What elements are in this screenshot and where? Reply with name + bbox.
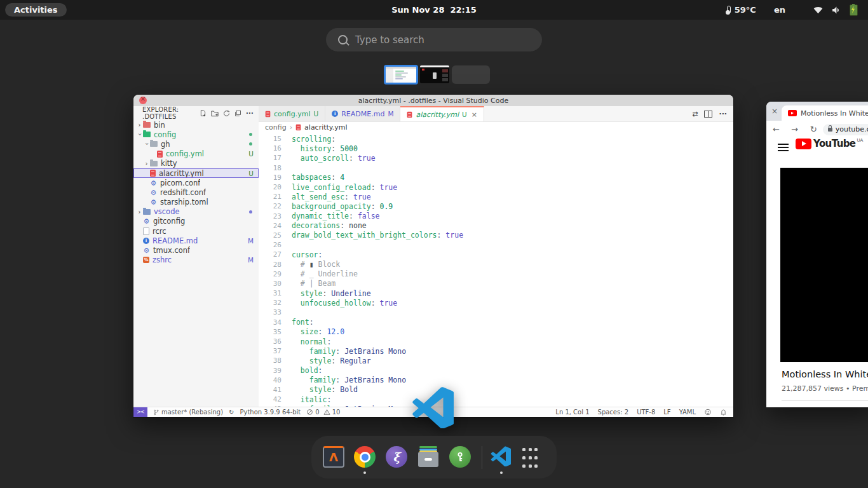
- divider: [782, 400, 868, 401]
- breadcrumb[interactable]: config alacritty.yml: [259, 122, 733, 133]
- explorer-item-bin[interactable]: bin: [133, 120, 259, 130]
- explorer-item-tmux.conf[interactable]: tmux.conf: [133, 245, 259, 255]
- dock-separator: [482, 446, 482, 469]
- search-placeholder: Type to search: [355, 34, 424, 46]
- keyboard-layout-indicator[interactable]: en: [774, 5, 785, 15]
- explorer-item-redshift.conf[interactable]: redshift.conf: [133, 187, 259, 197]
- line-content: font:: [292, 318, 314, 327]
- code-editor[interactable]: 15scrolling:16 history: 500017 auto_scro…: [259, 133, 733, 407]
- forward-button[interactable]: [786, 125, 798, 134]
- emacs-icon[interactable]: [386, 446, 407, 468]
- remote-indicator[interactable]: [133, 407, 147, 417]
- line-content: style: Regular: [292, 356, 371, 365]
- video-meta: 21,287,857 views • Premiered Dec: [782, 384, 868, 393]
- new-file-icon[interactable]: [200, 109, 207, 117]
- notifications-bell-icon[interactable]: [720, 409, 727, 416]
- explorer-item-starship.toml[interactable]: starship.toml: [133, 198, 259, 207]
- sync-icon[interactable]: [229, 409, 234, 416]
- cursor-position-status[interactable]: Ln 1, Col 1: [555, 409, 589, 416]
- window-title: alacritty.yml - .dotfiles - Visual Studi…: [133, 97, 733, 105]
- editor-more-actions-icon[interactable]: [719, 110, 727, 118]
- keepassxc-icon[interactable]: [449, 446, 471, 468]
- video-player[interactable]: [780, 168, 868, 362]
- chrome-icon[interactable]: [354, 446, 376, 468]
- tab-title: Motionless In White -: [801, 109, 868, 118]
- more-actions-icon[interactable]: [246, 110, 254, 117]
- explorer-item-config[interactable]: config: [133, 130, 259, 139]
- line-number: 16: [259, 144, 281, 152]
- line-number: 42: [259, 395, 281, 403]
- explorer-item-picom.conf[interactable]: picom.conf: [133, 178, 259, 187]
- line-number: 36: [259, 337, 281, 346]
- problems-status[interactable]: 0 10: [306, 409, 340, 416]
- file-label: rcrc: [153, 227, 166, 236]
- line-number: 39: [259, 367, 281, 375]
- youtube-logo[interactable]: YouTube UA: [796, 138, 863, 149]
- breadcrumb-file[interactable]: alacritty.yml: [304, 123, 348, 132]
- explorer-item-gh[interactable]: gh: [133, 139, 259, 149]
- battery-icon[interactable]: [850, 4, 858, 16]
- workspace-thumbnail-active[interactable]: [384, 65, 418, 85]
- explorer-item-README.md[interactable]: README.mdM: [133, 236, 259, 245]
- wifi-icon[interactable]: [813, 6, 823, 15]
- search-bar[interactable]: Type to search: [326, 28, 542, 51]
- code-line: 16 history: 5000: [259, 144, 733, 153]
- language-mode-status[interactable]: YAML: [679, 409, 696, 416]
- explorer-item-alacritty.yml[interactable]: alacritty.ymlU: [133, 168, 259, 178]
- youtube-favicon: [788, 110, 797, 116]
- vscode-icon[interactable]: [491, 446, 512, 468]
- explorer-item-kitty[interactable]: kitty: [133, 159, 259, 168]
- workspace-thumbnail-youtube[interactable]: [420, 65, 449, 83]
- explorer-item-config.yml[interactable]: config.ymlU: [133, 149, 259, 159]
- tab-readme-md[interactable]: README.md M: [325, 106, 400, 121]
- menu-icon[interactable]: [778, 144, 789, 153]
- chrome-tab-strip: Motionless In White -: [766, 102, 868, 121]
- file-manager-icon[interactable]: [417, 446, 439, 468]
- remote-icon: [137, 409, 144, 415]
- eol-status[interactable]: LF: [663, 409, 670, 416]
- explorer-item-vscode[interactable]: vscode: [133, 207, 259, 217]
- back-button[interactable]: [773, 125, 780, 134]
- address-bar[interactable]: youtube.com/wa: [823, 124, 868, 135]
- vscode-titlebar[interactable]: alacritty.yml - .dotfiles - Visual Studi…: [133, 95, 733, 106]
- indentation-status[interactable]: Spaces: 2: [598, 409, 629, 416]
- collapse-folders-icon[interactable]: [234, 110, 241, 117]
- youtube-page: YouTube UA Motionless In White - Anot 21…: [766, 138, 868, 407]
- refresh-icon[interactable]: [223, 110, 230, 117]
- desktop-overview: Activities Sun Nov 28 22:15 59°C en Type…: [0, 0, 868, 488]
- feedback-icon[interactable]: [704, 409, 712, 416]
- code-line: 21alt_send_esc: true: [259, 192, 733, 201]
- explorer-item-gitconfig[interactable]: gitconfig: [133, 217, 259, 226]
- explorer-item-zshrc[interactable]: zshrcM: [133, 255, 259, 265]
- tab-close-icon[interactable]: [771, 107, 778, 116]
- tab-label: README.md: [341, 110, 384, 118]
- split-editor-icon[interactable]: [704, 111, 712, 118]
- python-interpreter-status[interactable]: Python 3.9.9 64-bit: [240, 409, 301, 416]
- info-file-icon: [143, 238, 149, 244]
- chrome-tab-youtube[interactable]: Motionless In White -: [782, 105, 868, 121]
- lock-icon[interactable]: [828, 128, 832, 132]
- encoding-status[interactable]: UTF-8: [637, 409, 655, 416]
- open-changes-icon[interactable]: [692, 110, 698, 118]
- tab-alacritty-yml[interactable]: alacritty.yml U: [400, 106, 484, 121]
- git-branch-status[interactable]: master* (Rebasing): [153, 409, 223, 416]
- yaml-file-icon: [296, 125, 301, 130]
- breadcrumb-folder[interactable]: config: [265, 123, 287, 132]
- code-line: 33: [259, 308, 733, 317]
- yaml-file-icon: [157, 151, 163, 158]
- line-content: # | Beam: [292, 279, 336, 288]
- tab-config-yml[interactable]: config.yml U: [259, 106, 325, 121]
- reload-button[interactable]: [804, 125, 817, 134]
- code-line: 18: [259, 163, 733, 173]
- explorer-item-rcrc[interactable]: rcrc: [133, 226, 259, 236]
- line-content: tabspaces: 4: [292, 173, 344, 182]
- code-line: 26: [259, 240, 733, 250]
- tab-close-icon[interactable]: [471, 111, 477, 119]
- alacritty-icon[interactable]: [323, 446, 344, 468]
- new-folder-icon[interactable]: [211, 109, 219, 117]
- warning-count: 10: [332, 409, 341, 416]
- app-grid-icon[interactable]: [522, 448, 544, 470]
- workspace-thumbnail-empty[interactable]: [452, 65, 490, 84]
- git-status-badge: U: [462, 111, 467, 118]
- volume-icon[interactable]: [831, 6, 841, 15]
